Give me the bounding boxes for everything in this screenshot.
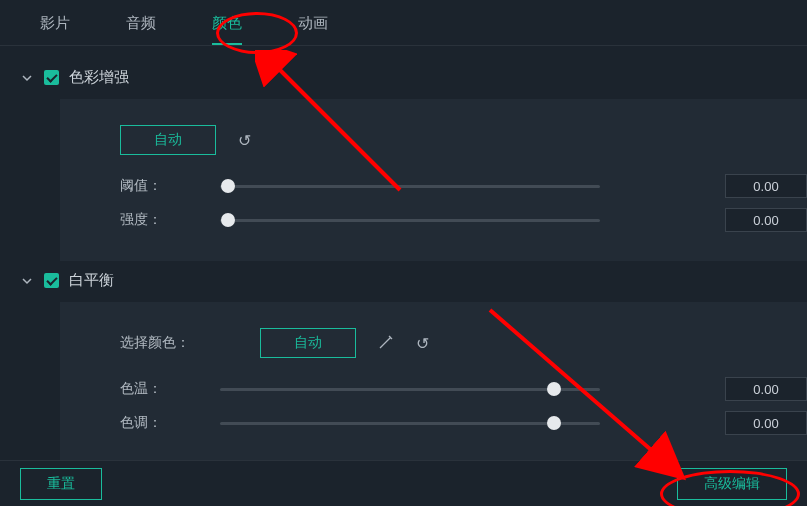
checkbox-white-balance[interactable] <box>44 273 59 288</box>
slider-strength[interactable] <box>220 219 600 222</box>
section-color-enhance: 色彩增强 自动 ↺ 阈值： 0.00 ▲ ▼ 强度： 0.00 ▲ <box>0 46 807 261</box>
reset-icon[interactable]: ↺ <box>238 131 251 150</box>
slider-threshold[interactable] <box>220 185 600 188</box>
slider-thumb-strength[interactable] <box>221 213 235 227</box>
section-header-white-balance[interactable]: 白平衡 <box>20 271 807 302</box>
value-threshold[interactable]: 0.00 <box>725 174 807 198</box>
label-threshold: 阈值： <box>120 177 220 195</box>
row-temperature: 色温： 0.00 ▲ ▼ <box>120 372 807 406</box>
slider-thumb-threshold[interactable] <box>221 179 235 193</box>
auto-button-color-enhance[interactable]: 自动 <box>120 125 216 155</box>
chevron-down-icon <box>20 274 34 288</box>
footer-bar: 重置 高级编辑 <box>0 460 807 506</box>
label-tint: 色调： <box>120 414 220 432</box>
panel-white-balance: 选择颜色： 自动 ↺ 色温： 0.00 ▲ ▼ 色调： 0.00 <box>60 302 807 464</box>
value-temperature[interactable]: 0.00 <box>725 377 807 401</box>
label-temperature: 色温： <box>120 380 220 398</box>
section-title-color-enhance: 色彩增强 <box>69 68 129 87</box>
label-pick-color: 选择颜色： <box>120 334 260 352</box>
row-strength: 强度： 0.00 ▲ ▼ <box>120 203 807 237</box>
slider-tint[interactable] <box>220 422 600 425</box>
checkbox-color-enhance[interactable] <box>44 70 59 85</box>
panel-color-enhance: 自动 ↺ 阈值： 0.00 ▲ ▼ 强度： 0.00 ▲ ▼ <box>60 99 807 261</box>
label-strength: 强度： <box>120 211 220 229</box>
section-header-color-enhance[interactable]: 色彩增强 <box>20 68 807 99</box>
value-strength[interactable]: 0.00 <box>725 208 807 232</box>
row-threshold: 阈值： 0.00 ▲ ▼ <box>120 169 807 203</box>
advanced-edit-button[interactable]: 高级编辑 <box>677 468 787 500</box>
tab-animation[interactable]: 动画 <box>298 14 328 45</box>
auto-button-white-balance[interactable]: 自动 <box>260 328 356 358</box>
slider-thumb-temperature[interactable] <box>547 382 561 396</box>
value-tint[interactable]: 0.00 <box>725 411 807 435</box>
tab-movie[interactable]: 影片 <box>40 14 70 45</box>
tabs-bar: 影片 音频 颜色 动画 <box>0 0 807 46</box>
row-tint: 色调： 0.00 ▲ ▼ <box>120 406 807 440</box>
eyedropper-icon[interactable] <box>378 334 394 353</box>
slider-thumb-tint[interactable] <box>547 416 561 430</box>
chevron-down-icon <box>20 71 34 85</box>
section-white-balance: 白平衡 选择颜色： 自动 ↺ 色温： 0.00 ▲ ▼ 色调： <box>0 261 807 464</box>
section-title-white-balance: 白平衡 <box>69 271 114 290</box>
tab-color[interactable]: 颜色 <box>212 14 242 45</box>
slider-temperature[interactable] <box>220 388 600 391</box>
tab-audio[interactable]: 音频 <box>126 14 156 45</box>
reset-icon[interactable]: ↺ <box>416 334 429 353</box>
reset-button[interactable]: 重置 <box>20 468 102 500</box>
